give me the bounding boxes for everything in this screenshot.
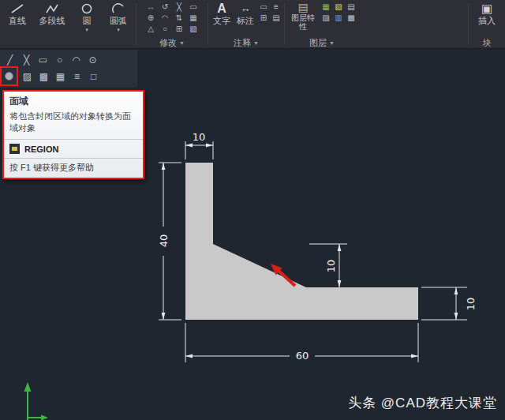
layer-properties-label: 图层特性 [290,13,316,31]
annotation-style-icon[interactable]: ▤ [270,13,282,24]
circle-tool-icon[interactable]: ○ [51,54,68,66]
draw-toolbar-row-2: ▨ ▩ ▦ ≡ □ [2,68,136,84]
circle-button[interactable]: 圆 ▾ [71,2,103,33]
leader-icon[interactable]: ▭ [257,2,270,13]
tooltip-description: 将包含封闭区域的对象转换为面域对象 [4,110,143,140]
dimension-chamfer: 10 [309,244,347,287]
polyline-button[interactable]: 多段线 [33,2,71,33]
arc-icon [112,2,125,15]
layer-tools-grid: ▦ ▧ ▤ ▨ ▥ ▩ [320,2,357,31]
layer-match-icon[interactable]: ▨ [320,13,332,24]
tooltip-title: 面域 [4,92,143,110]
text-icon: A [217,2,226,15]
text-button-label: 文字 [213,15,230,27]
layer-panel-label[interactable]: 图层 ▼ [286,37,357,48]
annotate-tools-grid: ▭ ≡ ⊞ ▤ [257,2,282,27]
ucs-icon [24,382,49,420]
arc-dropdown-caret[interactable]: ▾ [117,27,120,33]
rectangle-tool-icon[interactable]: ▭ [35,54,51,66]
line-icon [10,2,24,15]
dimension-icon: ↔ [241,2,251,15]
layer-isolate-icon[interactable]: ▥ [332,13,345,24]
fillet-icon[interactable]: ◠ [158,13,172,24]
insert-button-label: 插入 [478,15,496,27]
draw-buttons-row: 直线 多段线 圆 ▾ [2,2,134,33]
circle-dropdown-caret[interactable]: ▾ [85,27,88,33]
watermark: 头条 @CAD教程大课堂 [348,394,497,412]
mtext-icon[interactable]: ≡ [270,2,282,13]
region-command-icon [9,144,20,154]
insert-block-icon: ▣ [481,2,492,15]
trim-icon[interactable]: ╳ [172,2,186,13]
dim-bottom-label: 60 [296,350,309,362]
gradient-tool-icon[interactable]: ▩ [36,71,52,82]
tooltip-command-name: REGION [24,144,58,154]
draw-toolbar: ╱ ╳ ▭ ○ ◠ ⊙ ▨ ▩ ▦ ≡ □ [0,50,137,88]
offset-icon[interactable]: ▧ [186,24,200,35]
modify-panel-caret: ▼ [179,40,185,46]
explode-icon[interactable]: ⊞ [172,24,186,35]
ribbon-panel-modify: ↔ ↺ ╳ ▭ ⊕ ◠ ⇅ ▦ △ ○ ⊞ ▧ 修改 ▼ [137,0,208,48]
layer-on-icon[interactable]: ▦ [320,2,332,13]
ribbon-panel-draw: 直线 多段线 圆 ▾ [0,0,136,48]
l-profile-shape[interactable] [185,163,418,320]
layer-lock-icon[interactable]: ▤ [345,2,357,13]
text-button[interactable]: A 文字 [210,2,234,27]
arc-button-label: 圆弧 [110,15,127,27]
ribbon-panel-annotate: A 文字 ↔ 标注 ▭ ≡ ⊞ ▤ 注释 ▼ [208,0,284,48]
dim-right-label: 10 [465,298,477,311]
circle-icon [80,2,93,15]
dimension-left: 40 [158,163,181,320]
layer-freeze-icon[interactable]: ▧ [332,2,345,13]
copy-icon[interactable]: ⊕ [144,13,158,24]
arc-tool-icon[interactable]: ◠ [68,54,84,66]
region-icon [5,72,13,81]
dimension-button-label: 标注 [237,15,254,27]
modify-tools-grid: ↔ ↺ ╳ ▭ ⊕ ◠ ⇅ ▦ △ ○ ⊞ ▧ [138,2,206,35]
polyline-icon [45,2,59,15]
mirror-icon[interactable]: △ [144,24,158,35]
block-panel-label[interactable]: 块 [470,37,503,48]
hatch-tool-icon[interactable]: ▨ [19,71,36,82]
ribbon-panel-block: ▣ 插入 块 [469,0,505,48]
erase-icon[interactable]: ▭ [186,2,200,13]
ribbon: 直线 多段线 圆 ▾ [0,0,505,49]
dimension-bottom: 60 [185,323,418,362]
dimension-button[interactable]: ↔ 标注 [234,2,257,27]
layer-walk-icon[interactable]: ▩ [345,13,357,24]
move-icon[interactable]: ↔ [144,2,158,13]
rotate-icon[interactable]: ↺ [158,2,172,13]
line-button[interactable]: 直线 [2,2,33,33]
line-button-label: 直线 [9,15,26,27]
autocad-window: 直线 多段线 圆 ▾ [0,0,505,420]
annotate-panel-caret: ▼ [253,40,259,46]
dimension-top: 10 [185,131,213,159]
tooltip-help-text: 按 F1 键获得更多帮助 [4,159,143,178]
donut-tool-icon[interactable]: ⊙ [84,54,101,66]
annotate-panel-label[interactable]: 注释 ▼ [210,37,282,48]
dim-left-label: 40 [158,234,170,248]
multiline-tool-icon[interactable]: ≡ [69,71,85,82]
modify-panel-label[interactable]: 修改 ▼ [138,37,206,48]
drawing-area[interactable]: 10 40 10 [0,50,505,420]
polyline-button-label: 多段线 [39,15,65,27]
tooltip-command-row: REGION [4,140,143,159]
ribbon-panel-layer: ▤ 图层特性 ▦ ▧ ▤ ▨ ▥ ▩ 图层 ▼ [285,0,359,48]
scale-icon[interactable]: ○ [158,24,172,35]
line-tool-icon[interactable]: ╱ [2,54,18,66]
stretch-icon[interactable]: ⇅ [172,13,186,24]
circle-button-label: 圆 [83,15,92,27]
array-icon[interactable]: ▦ [186,13,200,24]
construction-line-icon[interactable]: ╳ [18,54,35,66]
arc-button[interactable]: 圆弧 ▾ [103,2,134,33]
table-icon[interactable]: ⊞ [257,13,270,24]
insert-button[interactable]: ▣ 插入 [470,2,503,27]
table-tool-icon[interactable]: ▦ [52,71,69,82]
dim-chamfer-label: 10 [325,260,337,273]
layer-properties-icon: ▤ [297,2,308,13]
layer-properties-button[interactable]: ▤ 图层特性 [286,2,320,31]
layer-panel-caret: ▼ [329,40,335,46]
boundary-tool-icon[interactable]: □ [85,71,102,82]
region-button[interactable] [2,68,17,84]
draw-toolbar-row-1: ╱ ╳ ▭ ○ ◠ ⊙ [2,51,136,68]
